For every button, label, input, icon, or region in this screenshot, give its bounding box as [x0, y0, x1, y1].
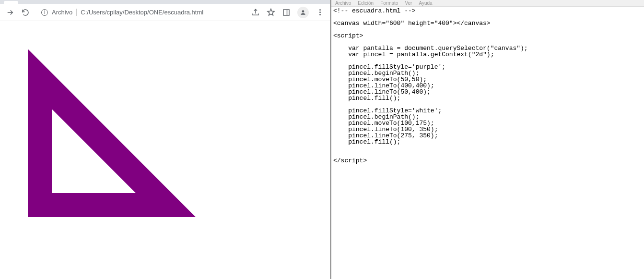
- browser-pane: i Archivo C:/Users/cpilay/Desktop/ONE/es…: [0, 0, 330, 279]
- page-content: [0, 21, 330, 223]
- star-icon[interactable]: [267, 8, 275, 17]
- archivo-label: Archivo: [52, 9, 77, 16]
- address-bar[interactable]: i Archivo C:/Users/cpilay/Desktop/ONE/es…: [36, 6, 245, 19]
- info-icon[interactable]: i: [41, 9, 48, 16]
- svg-rect-0: [283, 10, 289, 15]
- editor-menubar: Archivo Edición Formato Ver Ayuda: [331, 0, 644, 7]
- panel-icon[interactable]: [282, 8, 291, 17]
- editor-pane: Archivo Edición Formato Ver Ayuda <!-- e…: [330, 0, 644, 279]
- menu-archivo[interactable]: Archivo: [335, 0, 351, 6]
- forward-icon[interactable]: [6, 8, 14, 17]
- browser-tab[interactable]: [4, 1, 18, 4]
- url-text: C:/Users/cpilay/Desktop/ONE/escuadra.htm…: [81, 9, 240, 16]
- avatar-icon[interactable]: [297, 7, 309, 18]
- escuadra-canvas: [4, 25, 292, 217]
- browser-toolbar: i Archivo C:/Users/cpilay/Desktop/ONE/es…: [0, 4, 330, 21]
- menu-ayuda[interactable]: Ayuda: [419, 0, 432, 6]
- editor-content[interactable]: <!-- escuadra.html --> <canvas width="60…: [331, 7, 644, 279]
- share-icon[interactable]: [251, 8, 260, 17]
- tab-bar: [0, 0, 330, 4]
- reload-icon[interactable]: [21, 8, 30, 17]
- menu-formato[interactable]: Formato: [380, 0, 398, 6]
- menu-ver[interactable]: Ver: [405, 0, 412, 6]
- svg-point-2: [302, 10, 304, 12]
- menu-edicion[interactable]: Edición: [358, 0, 374, 6]
- menu-icon[interactable]: [316, 8, 324, 17]
